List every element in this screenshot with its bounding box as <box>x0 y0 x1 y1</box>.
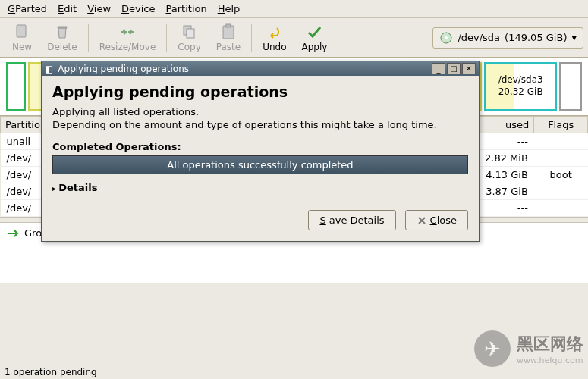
dialog-titlebar[interactable]: ◧ Applying pending operations _ □ ✕ <box>42 61 479 76</box>
paste-icon <box>219 23 237 41</box>
cell-flags: boot <box>534 167 588 183</box>
resize-label: Resize/Move <box>99 42 156 52</box>
apply-label: Apply <box>302 42 328 52</box>
new-icon <box>13 23 31 41</box>
copy-label: Copy <box>178 42 200 52</box>
menu-help[interactable]: Help <box>218 3 241 14</box>
close-button[interactable]: Close <box>405 210 468 230</box>
col-flags[interactable]: Flags <box>534 117 588 133</box>
resize-icon <box>118 23 137 41</box>
status-bar: 1 operation pending <box>0 365 588 379</box>
app-icon: ◧ <box>45 64 53 74</box>
disk-segment-sda3[interactable]: /dev/sda3 20.32 GiB <box>484 62 557 111</box>
progress-bar: All operations successfully completed <box>52 155 468 174</box>
disk-segment[interactable] <box>6 62 26 111</box>
device-name: /dev/sda <box>458 32 500 43</box>
svg-rect-0 <box>17 25 26 37</box>
copy-icon <box>181 23 199 41</box>
watermark-text: 黑区网络 <box>517 334 583 353</box>
close-icon <box>417 215 427 226</box>
delete-icon <box>53 23 71 41</box>
disk-icon <box>439 31 453 45</box>
resize-button[interactable]: Resize/Move <box>92 21 164 54</box>
grow-icon <box>8 228 20 239</box>
cell-flags <box>534 183 588 200</box>
toolbar-separator <box>166 24 167 52</box>
minimize-button[interactable]: _ <box>432 63 445 74</box>
menu-edit[interactable]: Edit <box>58 3 77 14</box>
device-selector[interactable]: /dev/sda (149.05 GiB) ▾ <box>432 27 583 49</box>
menubar: GParted Edit View Device Partition Help <box>0 0 588 18</box>
delete-button[interactable]: Delete <box>39 21 84 54</box>
svg-point-6 <box>445 36 448 39</box>
watermark: ✈ 黑区网络 www.heIqu.com <box>474 330 583 367</box>
device-size: (149.05 GiB) <box>505 32 567 43</box>
paste-button[interactable]: Paste <box>209 21 248 54</box>
applying-operations-dialog: ◧ Applying pending operations _ □ ✕ Appl… <box>41 61 480 242</box>
undo-label: Undo <box>263 42 286 52</box>
dialog-text: Applying all listed operations. <box>52 106 468 117</box>
save-details-label: ave Details <box>329 215 385 226</box>
save-details-button[interactable]: Save Details <box>308 210 395 230</box>
segment-size: 20.32 GiB <box>498 86 543 99</box>
watermark-logo-icon: ✈ <box>474 330 511 367</box>
cell-flags <box>534 200 588 217</box>
undo-button[interactable]: Undo <box>255 21 294 54</box>
cell-flags <box>534 150 588 167</box>
new-button[interactable]: New <box>5 21 39 54</box>
svg-rect-2 <box>187 29 194 38</box>
dialog-title: Applying pending operations <box>58 64 189 74</box>
watermark-url: www.heIqu.com <box>517 356 583 365</box>
new-label: New <box>12 42 32 52</box>
cell-flags <box>534 133 588 150</box>
undo-icon <box>266 23 284 41</box>
toolbar-separator <box>88 24 89 52</box>
dialog-text: Depending on the amount and type of oper… <box>52 119 468 130</box>
details-label: Details <box>58 182 97 193</box>
menu-gparted[interactable]: GParted <box>8 3 47 14</box>
toolbar-separator <box>251 24 252 52</box>
dialog-heading: Applying pending operations <box>52 83 468 100</box>
apply-icon <box>305 23 323 41</box>
menu-partition[interactable]: Partition <box>166 3 207 14</box>
chevron-down-icon: ▾ <box>571 32 577 43</box>
copy-button[interactable]: Copy <box>170 21 208 54</box>
menu-view[interactable]: View <box>87 3 111 14</box>
apply-button[interactable]: Apply <box>294 21 335 54</box>
menu-device[interactable]: Device <box>121 3 155 14</box>
segment-label: /dev/sda3 <box>498 74 543 86</box>
toolbar: New Delete Resize/Move Copy Paste Undo A… <box>0 18 588 58</box>
paste-label: Paste <box>216 42 241 52</box>
delete-label: Delete <box>47 42 77 52</box>
maximize-button[interactable]: □ <box>447 63 461 74</box>
close-window-button[interactable]: ✕ <box>462 63 476 74</box>
disk-segment[interactable] <box>559 62 582 111</box>
svg-rect-4 <box>226 24 231 27</box>
completed-operations-label: Completed Operations: <box>52 141 468 152</box>
svg-rect-3 <box>223 26 234 39</box>
details-expander[interactable]: Details <box>52 182 468 193</box>
